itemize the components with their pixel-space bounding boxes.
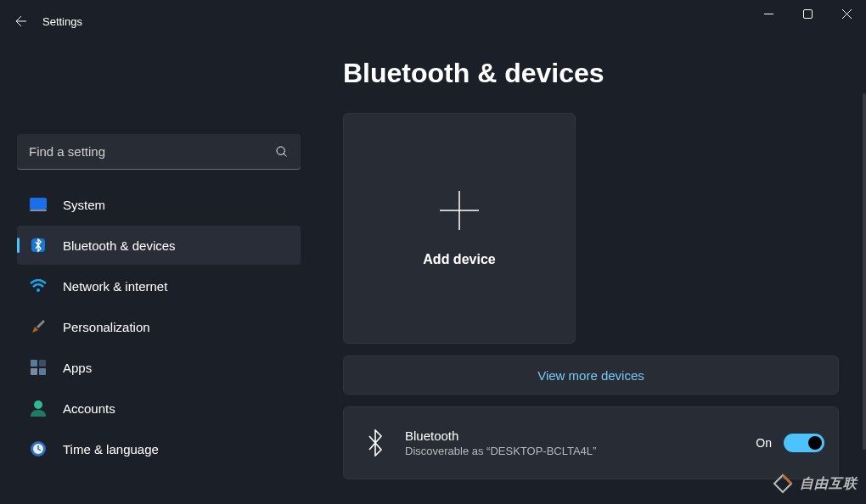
sidebar-item-network-internet[interactable]: Network & internet <box>17 266 301 305</box>
apps-icon <box>29 358 48 377</box>
svg-rect-10 <box>31 360 37 367</box>
add-device-label: Add device <box>423 252 495 267</box>
sidebar-item-label: Apps <box>63 361 92 375</box>
search-button[interactable] <box>272 142 292 162</box>
svg-point-4 <box>277 147 284 154</box>
arrow-left-icon <box>14 14 29 29</box>
sidebar-item-apps[interactable]: Apps <box>17 348 301 387</box>
svg-rect-7 <box>30 210 47 211</box>
minimize-icon <box>764 9 773 19</box>
bluetooth-text: Bluetooth Discoverable as “DESKTOP-BCLTA… <box>405 428 756 457</box>
paintbrush-icon <box>29 317 48 336</box>
sidebar-item-system[interactable]: System <box>17 185 301 224</box>
sidebar: System Bluetooth & devices Network & int… <box>0 42 314 504</box>
svg-line-5 <box>284 154 286 156</box>
sidebar-item-accounts[interactable]: Accounts <box>17 389 301 428</box>
maximize-icon <box>803 9 813 19</box>
svg-rect-11 <box>39 360 46 367</box>
search-icon <box>275 145 289 159</box>
svg-rect-6 <box>30 198 47 210</box>
scrollbar[interactable] <box>863 93 866 450</box>
main-content: Bluetooth & devices Add device View more… <box>314 42 866 504</box>
app-title: Settings <box>42 15 82 28</box>
svg-rect-1 <box>803 9 812 18</box>
person-icon <box>29 399 48 417</box>
sidebar-item-label: Time & language <box>63 442 159 456</box>
toggle-thumb <box>808 436 822 450</box>
view-more-devices-button[interactable]: View more devices <box>343 356 839 395</box>
sidebar-item-label: System <box>63 198 105 212</box>
sidebar-item-label: Network & internet <box>63 279 167 294</box>
bluetooth-outline-icon <box>361 428 390 457</box>
back-button[interactable] <box>0 0 42 42</box>
title-bar: Settings <box>0 0 866 42</box>
bluetooth-icon <box>29 236 48 255</box>
sidebar-item-label: Bluetooth & devices <box>63 238 176 253</box>
sidebar-item-bluetooth-devices[interactable]: Bluetooth & devices <box>17 226 301 265</box>
sidebar-item-label: Accounts <box>63 401 115 416</box>
close-icon <box>842 9 852 19</box>
window-controls <box>749 0 866 27</box>
bluetooth-state-label: On <box>756 436 772 450</box>
minimize-button[interactable] <box>749 0 788 27</box>
profile-area <box>17 42 301 134</box>
svg-rect-12 <box>31 368 37 375</box>
search-box <box>17 134 301 170</box>
svg-point-9 <box>37 288 40 292</box>
system-icon <box>29 195 48 214</box>
bluetooth-toggle[interactable] <box>784 434 824 452</box>
sidebar-item-personalization[interactable]: Personalization <box>17 307 301 346</box>
svg-rect-13 <box>39 368 46 375</box>
plus-icon <box>438 189 481 232</box>
wifi-icon <box>29 277 48 295</box>
bluetooth-card: Bluetooth Discoverable as “DESKTOP-BCLTA… <box>343 406 839 479</box>
close-button[interactable] <box>827 0 866 27</box>
search-input[interactable] <box>17 134 301 170</box>
add-device-tile[interactable]: Add device <box>343 113 576 344</box>
bluetooth-subtitle: Discoverable as “DESKTOP-BCLTA4L” <box>405 445 756 457</box>
bluetooth-title: Bluetooth <box>405 428 756 443</box>
sidebar-item-time-language[interactable]: Time & language <box>17 429 301 468</box>
sidebar-item-label: Personalization <box>63 320 150 334</box>
view-more-label: View more devices <box>537 368 644 383</box>
page-title: Bluetooth & devices <box>343 58 841 89</box>
maximize-button[interactable] <box>788 0 827 27</box>
nav: System Bluetooth & devices Network & int… <box>17 185 301 468</box>
clock-globe-icon <box>29 440 48 458</box>
svg-point-14 <box>34 400 42 409</box>
